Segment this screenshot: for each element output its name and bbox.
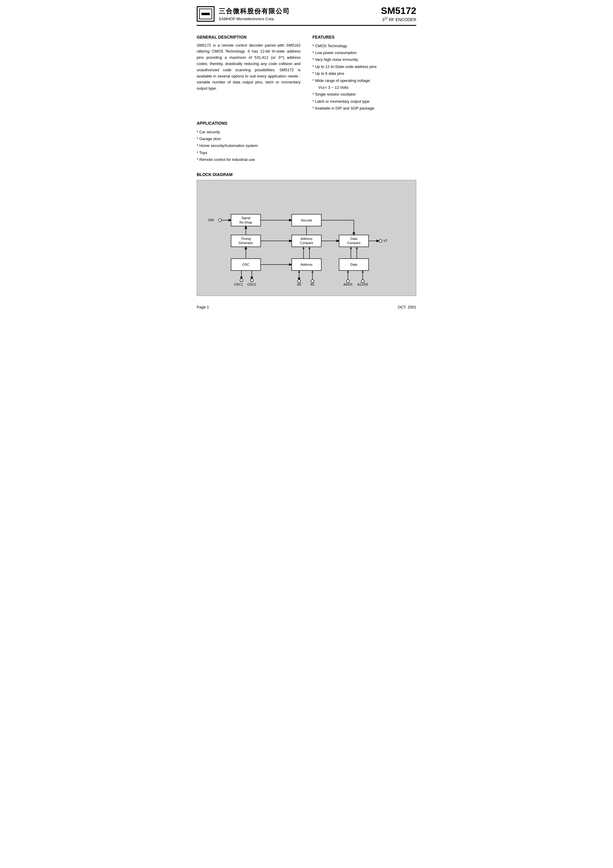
page-number: Page 1 — [197, 305, 209, 309]
applications-title: APPLICATIONS — [197, 121, 416, 126]
features-list: CMOS Technology Low power consumption Ve… — [313, 42, 416, 84]
feature-item: Latch or momentary output type — [313, 98, 416, 105]
vt-pin — [379, 239, 382, 242]
feature-item: Up to 6 data pins — [313, 70, 416, 77]
general-description-title: GENERAL DESCRIPTION — [197, 35, 300, 39]
arrow-up-2 — [308, 247, 310, 249]
data-compare-label-2: Compare — [347, 241, 361, 245]
arrow-up-1 — [303, 247, 305, 249]
page-footer: Page 1 OCT. 2001 — [197, 305, 416, 309]
general-description-section: GENERAL DESCRIPTION SM5172 is a remote c… — [197, 35, 300, 112]
osc1-label: OSC1 — [234, 283, 243, 286]
application-item: Home security/Automation system — [197, 142, 416, 149]
timing-generator-label-2: Generator — [238, 241, 253, 245]
decode-label: Decode — [301, 218, 312, 222]
a0-pin — [297, 280, 300, 283]
data-label: Data — [350, 263, 358, 266]
signal-reshape-label-2: Re-Shap — [240, 220, 252, 224]
a0-label: A0 — [297, 283, 301, 286]
block-diagram-svg: DIN Signal Re-Shap Decode Data Compare A… — [203, 189, 410, 290]
applications-list: Car security Garage door Home security/A… — [197, 129, 416, 163]
feature-item: Wide range of operating voltage: — [313, 77, 416, 84]
arrow-up-3 — [350, 247, 352, 249]
features-title: FEATURES — [313, 35, 416, 39]
feature-item: CMOS Technology — [313, 42, 416, 49]
address-label: Address — [300, 263, 313, 266]
feature-item: Up to 12 tri-State code address pins — [313, 63, 416, 70]
footer-date: OCT. 2001 — [398, 305, 416, 309]
a5-up-arrow — [311, 270, 313, 273]
feature-item: Very high noise immunity — [313, 56, 416, 63]
application-item: Toys — [197, 149, 416, 156]
feature-item: Single resistor oscillator — [313, 91, 416, 98]
a0-up-arrow — [298, 270, 300, 273]
vt-label: VT — [383, 239, 387, 243]
a6d5-pin — [347, 280, 350, 283]
company-text: 三合微科股份有限公司 SAMHOP Microelectronics Corp. — [219, 7, 290, 21]
feature-item: Available in DIP and SOP package — [313, 105, 416, 112]
company-logo — [197, 6, 215, 22]
din-label: DIN — [208, 218, 214, 222]
din-pin — [219, 219, 221, 222]
address-compare-label-2: Compare — [300, 241, 313, 245]
a5-pin — [311, 280, 314, 283]
block-diagram-title: BLOCK DIAGRAM — [197, 172, 416, 177]
features-indent: Vcc= 3 ~ 12 Volts — [313, 84, 416, 91]
a11d0-label: A11/D0 — [357, 283, 368, 286]
features-section: FEATURES CMOS Technology Low power consu… — [313, 35, 416, 112]
part-info: SM5172 312 RF ENCODER — [381, 6, 416, 22]
feature-item: Low power consumption — [313, 49, 416, 56]
block-diagram-section: BLOCK DIAGRAM DIN Signal Re-Shap Decode … — [197, 172, 416, 296]
company-chinese: 三合微科股份有限公司 — [219, 7, 290, 16]
logo-bar — [201, 13, 210, 15]
a11d0-pin — [361, 280, 364, 283]
logo-inner — [199, 9, 212, 19]
address-compare-label-1: Address — [300, 237, 313, 240]
osc-label: OSC — [242, 263, 249, 266]
data-compare-label-1: Data — [350, 237, 358, 240]
page-header: 三合微科股份有限公司 SAMHOP Microelectronics Corp.… — [197, 6, 416, 26]
a6d5-label: A6/D5 — [343, 283, 352, 286]
applications-section: APPLICATIONS Car security Garage door Ho… — [197, 121, 416, 163]
general-description-text: SM5172 is a remote control decoder paire… — [197, 42, 300, 92]
signal-reshape-label-1: Signal — [241, 216, 250, 219]
features-list-2: Single resistor oscillator Latch or mome… — [313, 91, 416, 112]
a5-label: A5 — [310, 283, 314, 286]
top-sections: GENERAL DESCRIPTION SM5172 is a remote c… — [197, 35, 416, 112]
osc2-label: OSC2 — [248, 283, 256, 286]
application-item: Garage door — [197, 135, 416, 142]
block-diagram-container: DIN Signal Re-Shap Decode Data Compare A… — [197, 180, 416, 296]
part-subtitle: 312 RF ENCODER — [381, 17, 416, 22]
a6d5-up-arrow — [347, 270, 349, 273]
arrow-up-4 — [356, 247, 358, 249]
osc2-pin — [251, 279, 253, 282]
application-item: Remote control for industrial use — [197, 156, 416, 163]
a11d0-up-arrow — [362, 270, 364, 273]
part-number: SM5172 — [381, 6, 416, 16]
osc1-pin — [240, 279, 243, 282]
application-item: Car security — [197, 129, 416, 135]
timing-generator-label-1: Timing — [241, 237, 251, 240]
company-english: SAMHOP Microelectronics Corp. — [219, 17, 290, 21]
company-info: 三合微科股份有限公司 SAMHOP Microelectronics Corp. — [197, 6, 290, 22]
